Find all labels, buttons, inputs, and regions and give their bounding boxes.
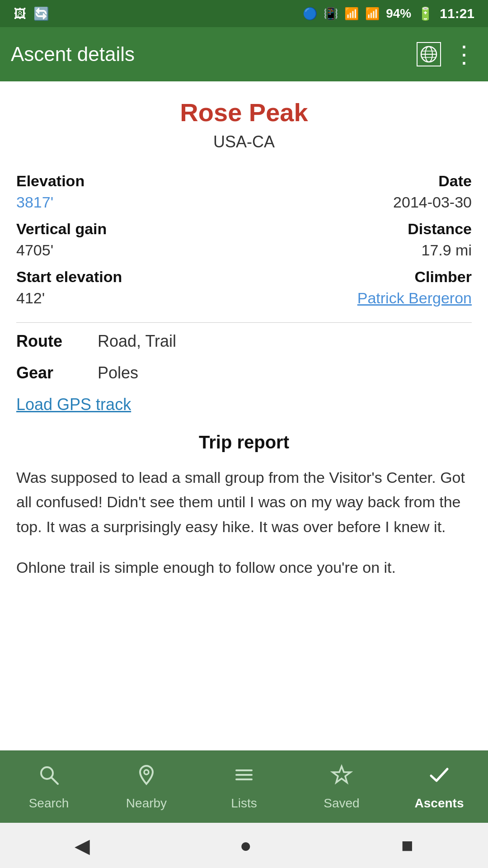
distance-section: Distance 17.9 mi (244, 216, 472, 264)
nav-label-saved: Saved (324, 796, 359, 811)
details-grid: Elevation 3817' Date 2014-03-30 Vertical… (16, 168, 472, 311)
page-title: Ascent details (11, 43, 135, 66)
gear-value: Poles (98, 363, 138, 382)
svg-line-7 (52, 778, 58, 784)
status-bar: 🖼 🔄 🔵 📳 📶 📶 94% 🔋 11:21 (0, 0, 488, 27)
nav-label-lists: Lists (231, 796, 257, 811)
trip-report-paragraph-1: Was supposed to lead a small group from … (16, 465, 472, 539)
time-display: 11:21 (440, 6, 474, 21)
peak-region: USA-CA (16, 132, 472, 151)
distance-value: 17.9 mi (244, 240, 472, 264)
svg-marker-12 (333, 766, 351, 783)
map-button[interactable] (417, 42, 441, 66)
start-elevation-value: 412' (16, 288, 244, 311)
gallery-icon: 🖼 (14, 6, 26, 21)
elevation-label: Elevation (16, 168, 244, 192)
trip-report-title: Trip report (16, 432, 472, 453)
recents-button[interactable]: ■ (401, 834, 413, 857)
ascents-icon (428, 764, 450, 792)
back-button[interactable]: ◀ (75, 834, 90, 857)
vertical-gain-value: 4705' (16, 240, 244, 264)
nav-item-lists[interactable]: Lists (195, 764, 293, 811)
status-bar-left: 🖼 🔄 (14, 6, 49, 21)
trip-report-paragraph-2: Ohlone trail is simple enough to follow … (16, 555, 472, 580)
wifi-icon: 📶 (344, 7, 359, 21)
nearby-icon (135, 764, 158, 792)
climber-label: Climber (244, 264, 472, 288)
svg-point-8 (144, 770, 149, 774)
status-bar-right: 🔵 📳 📶 📶 94% 🔋 11:21 (303, 6, 474, 21)
more-options-button[interactable]: ⋮ (452, 42, 477, 67)
date-value: 2014-03-30 (244, 192, 472, 216)
app-bar-actions: ⋮ (417, 42, 477, 67)
gear-row: Gear Poles (16, 363, 472, 382)
nav-item-ascents[interactable]: Ascents (390, 764, 488, 811)
nav-item-saved[interactable]: Saved (293, 764, 390, 811)
lists-icon (233, 764, 255, 792)
system-nav-bar: ◀ ● ■ (0, 823, 488, 868)
vertical-gain-label: Vertical gain (16, 216, 244, 240)
start-elevation-section: Start elevation 412' (16, 264, 244, 311)
main-content: Rose Peak USA-CA Elevation 3817' Date 20… (0, 81, 488, 750)
signal-icon: 📶 (365, 7, 380, 21)
app-bar: Ascent details ⋮ (0, 27, 488, 81)
gear-label: Gear (16, 363, 98, 382)
elevation-value: 3817' (16, 192, 244, 216)
route-value: Road, Trail (98, 332, 176, 351)
nav-label-ascents: Ascents (415, 796, 464, 811)
bluetooth-icon: 🔵 (303, 7, 317, 21)
peak-name: Rose Peak (16, 98, 472, 127)
divider (16, 322, 472, 323)
route-label: Route (16, 332, 98, 351)
route-row: Route Road, Trail (16, 332, 472, 351)
vibrate-icon: 📳 (324, 7, 338, 21)
start-elevation-label: Start elevation (16, 264, 244, 288)
nav-label-nearby: Nearby (126, 796, 167, 811)
elevation-section: Elevation 3817' (16, 168, 244, 216)
climber-value[interactable]: Patrick Bergeron (244, 288, 472, 311)
climber-section: Climber Patrick Bergeron (244, 264, 472, 311)
date-label: Date (244, 168, 472, 192)
distance-label: Distance (244, 216, 472, 240)
date-section: Date 2014-03-30 (244, 168, 472, 216)
nav-item-nearby[interactable]: Nearby (98, 764, 195, 811)
saved-icon (330, 764, 353, 792)
vertical-gain-section: Vertical gain 4705' (16, 216, 244, 264)
home-button[interactable]: ● (239, 834, 252, 857)
load-gps-track-link[interactable]: Load GPS track (16, 395, 131, 414)
nav-label-search: Search (29, 796, 69, 811)
sync-icon: 🔄 (33, 6, 49, 21)
battery-percent: 94% (386, 6, 411, 21)
battery-icon: 🔋 (418, 6, 433, 21)
nav-item-search[interactable]: Search (0, 764, 98, 811)
search-icon (38, 764, 60, 792)
bottom-nav: Search Nearby Lists Saved (0, 750, 488, 823)
